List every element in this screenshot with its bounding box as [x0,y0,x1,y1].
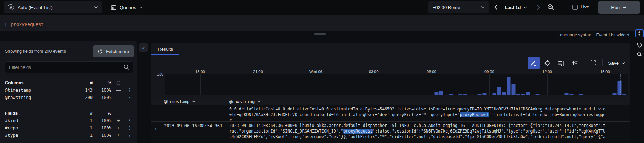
query-editor[interactable]: 1 proxyRequest [0,15,644,31]
x-tick-label: 06:00 [427,70,436,74]
row-menu-kebab[interactable]: ⋮ [154,126,158,131]
histogram-bar [463,94,467,95]
field-percent: 100% [93,88,111,93]
field-menu-kebab[interactable]: ⋮ [126,118,134,123]
sort-descending-icon[interactable]: ↓ [19,111,21,116]
field-menu-kebab[interactable]: ⋮ [126,133,134,137]
rawstring-column-menu[interactable] [257,100,261,103]
timestamp-cell: 2023-09-06 16:08:54.361 [160,122,227,143]
tab-results[interactable]: Results [151,43,179,55]
zoom-out-icon [547,3,555,11]
histogram-plot-area[interactable]: 18:0021:00Wed 0603:0006:0009:0012:0015:0… [165,74,628,95]
tag-fields-button[interactable] [636,42,643,48]
chevron-down-icon [523,6,527,9]
field-name: #repo [5,125,76,130]
field-action-button[interactable]: + [111,133,126,138]
columns-refresh-icon[interactable] [111,80,126,85]
widget-selector-label: Auto (Event List) [18,5,94,10]
field-percent: 100% [93,95,111,100]
field-action-button[interactable]: — [111,95,126,100]
timezone-selector[interactable]: +02:00 Rome [428,1,489,13]
field-percent: 100% [93,118,111,123]
histogram-bar [511,84,515,95]
field-name: @timestamp [5,87,76,93]
query-text[interactable]: proxyRequest [11,22,44,27]
collapse-editor-button[interactable] [635,29,644,37]
fullscreen-icon [590,60,596,66]
field-row[interactable]: @timestamp143100%—⋮ [5,86,134,94]
filter-fields-input[interactable] [5,61,133,73]
toolbar-divider [602,59,603,66]
time-range-label: Last 1d [505,5,521,10]
field-action-button[interactable]: — [111,87,126,93]
field-action-button[interactable]: + [111,125,126,130]
field-row[interactable]: #kind1100%+⋮ [5,117,134,124]
x-tick-label: 18:00 [195,70,205,74]
live-label[interactable]: Live [581,4,589,9]
time-back-button[interactable] [494,4,499,11]
x-gridline [258,74,258,95]
field-menu-kebab[interactable]: ⋮ [126,88,134,92]
histogram-bar [536,94,540,95]
histogram-bar [492,93,496,95]
x-gridline [374,74,374,95]
wrap-lines-button[interactable] [555,57,567,69]
field-row[interactable]: @rawstring200100%—⋮ [5,94,134,101]
field-count: 1 [76,118,93,123]
chevron-down-icon [139,6,142,9]
histogram-bar [564,93,568,95]
run-button[interactable]: Run ↵ [598,1,640,14]
draw-select-button[interactable] [528,57,540,69]
field-name: @rawstring [5,95,76,100]
widget-type-selector[interactable]: A Auto (Event List) [4,1,102,13]
table-body: 0.0 deltaStaticCost=0.0 deltaLiveCost=0.… [151,105,630,143]
field-action-button[interactable]: + [111,118,126,123]
time-range-selector[interactable]: Last 1d [505,2,527,12]
collapse-left-icon: « [142,45,144,50]
field-menu-kebab[interactable]: ⋮ [126,126,134,130]
chevron-down-icon [94,6,98,9]
table-row[interactable]: ⋮2023-09-06 16:08:54.3612023-09-06T14:08… [151,122,630,143]
live-checkbox[interactable] [572,5,578,10]
crosshair-button[interactable] [541,57,553,69]
collapse-sidebar-button[interactable]: « [139,43,148,52]
timezone-label: +02:00 Rome [433,5,481,10]
queries-label: Queries [120,5,136,10]
table-row[interactable]: 0.0 deltaStaticCost=0.0 deltaLiveCost=0.… [151,105,630,122]
highlighted-match: proxyRequest [343,129,372,134]
histogram-bar [434,92,438,95]
field-row[interactable]: #type1100%+⋮ [5,131,134,139]
queries-menu-button[interactable]: Queries [111,1,142,13]
histogram-bar [613,93,617,95]
search-icon [123,64,130,70]
time-cursor-line [620,74,620,95]
language-syntax-link[interactable]: Language syntax [557,33,591,37]
x-tick-label: 15:00 [600,70,610,74]
save-button[interactable]: Save [606,60,627,66]
x-tick-label: Wed 06 [309,70,323,74]
event-list-widget-link[interactable]: Event List widget [596,33,630,37]
field-menu-kebab[interactable]: ⋮ [126,95,134,100]
fullscreen-button[interactable] [587,57,599,69]
topbar-divider [565,3,565,12]
editor-resize-handle[interactable] [314,33,326,35]
rawstring-column-header[interactable]: @rawstring [229,99,255,104]
search-pointer-icon [637,51,643,57]
chart-toolbar: Save [528,56,627,70]
field-row[interactable]: #repo1100%+⋮ [5,124,134,131]
histogram-bar [497,87,501,95]
sort-ascending-button[interactable] [569,57,581,69]
timestamp-column-header[interactable]: @timestamp [164,99,189,104]
field-count: 200 [76,95,93,100]
zoom-out-time-button[interactable] [547,3,555,11]
time-forward-button[interactable] [537,4,542,11]
collapse-vertical-icon [637,31,642,36]
rawstring-cell: 0.0 deltaStaticCost=0.0 deltaLiveCost=0.… [227,105,630,121]
timestamp-cell [160,105,227,121]
fetch-more-button[interactable]: Fetch more [93,45,134,57]
field-name: #type [5,133,76,138]
timestamp-column-menu[interactable] [192,100,196,103]
inspect-search-button[interactable] [636,51,643,58]
active-tab-underline [151,54,179,55]
histogram-bar [507,77,510,95]
